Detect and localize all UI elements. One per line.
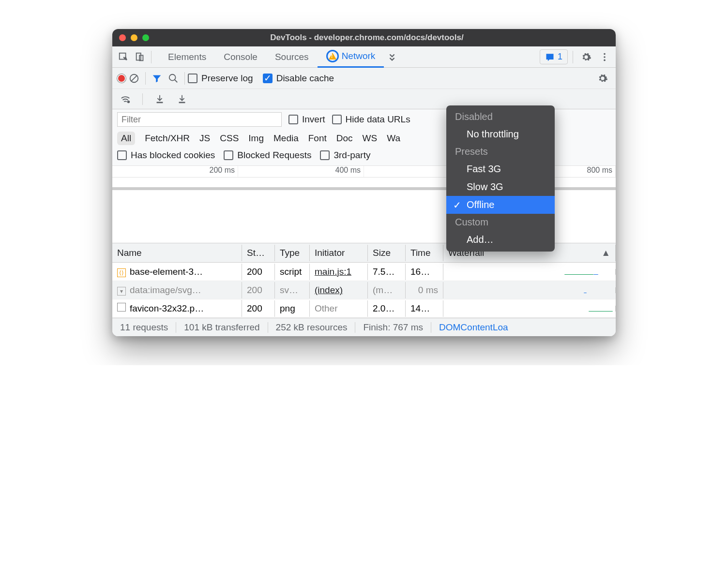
type-all[interactable]: All: [117, 132, 135, 145]
warning-icon: [326, 50, 339, 62]
col-type[interactable]: Type: [275, 245, 310, 261]
dd-offline[interactable]: ✓ Offline: [446, 196, 555, 214]
dd-group-disabled: Disabled: [446, 108, 555, 125]
third-party-checkbox[interactable]: 3rd-party: [320, 150, 370, 161]
filter-toggle-icon[interactable]: [149, 70, 165, 87]
stat-resources: 252 kB resources: [268, 322, 356, 333]
dd-slow-3g[interactable]: Slow 3G: [446, 178, 555, 196]
issues-count: 1: [558, 52, 562, 62]
main-tabbar: Elements Console Sources Network 1: [112, 46, 616, 68]
dd-fast-3g[interactable]: Fast 3G: [446, 160, 555, 178]
stat-requests: 11 requests: [112, 322, 176, 333]
more-tabs-icon[interactable]: [384, 49, 400, 65]
script-icon: ⟨⟩: [117, 268, 126, 277]
issues-icon: [545, 52, 555, 62]
dd-no-throttling[interactable]: No throttling: [446, 125, 555, 143]
clear-icon[interactable]: [126, 70, 142, 87]
divider: [145, 72, 146, 85]
initiator-link[interactable]: main.js:1: [315, 267, 351, 277]
stat-transferred: 101 kB transferred: [176, 322, 268, 333]
dd-group-presets: Presets: [446, 143, 555, 160]
file-icon: [117, 303, 126, 312]
divider: [184, 72, 185, 85]
record-button[interactable]: [117, 74, 126, 83]
type-font[interactable]: Font: [308, 133, 327, 144]
type-js[interactable]: JS: [199, 133, 210, 144]
network-settings-icon[interactable]: [594, 70, 611, 87]
initiator-text: Other: [315, 303, 338, 313]
waterfall-bar: [589, 311, 613, 312]
panel-tabs: Elements Console Sources Network: [159, 46, 400, 68]
stat-finish: Finish: 767 ms: [355, 322, 431, 333]
inspect-icon[interactable]: [115, 49, 132, 65]
disable-cache-checkbox[interactable]: ✓Disable cache: [263, 73, 334, 84]
table-row[interactable]: ⟨⟩base-element-3… 200 script main.js:1 7…: [112, 263, 616, 281]
disable-cache-label: Disable cache: [276, 73, 334, 84]
blocked-cookies-checkbox[interactable]: Has blocked cookies: [117, 150, 215, 161]
initiator-link[interactable]: (index): [315, 285, 343, 295]
check-icon: ✓: [453, 199, 461, 211]
tab-console[interactable]: Console: [215, 46, 266, 68]
invert-checkbox[interactable]: Invert: [288, 114, 325, 125]
divider: [142, 93, 143, 105]
tab-sources[interactable]: Sources: [266, 46, 318, 68]
status-bar: 11 requests 101 kB transferred 252 kB re…: [112, 318, 616, 336]
svg-point-4: [604, 56, 606, 58]
preserve-log-checkbox[interactable]: Preserve log: [188, 73, 253, 84]
time-tick: 400 ms: [238, 166, 364, 177]
settings-icon[interactable]: [578, 49, 594, 65]
type-media[interactable]: Media: [273, 133, 299, 144]
stat-dcl[interactable]: DOMContentLoa: [431, 322, 616, 333]
type-fetch-xhr[interactable]: Fetch/XHR: [145, 133, 190, 144]
type-ws[interactable]: WS: [363, 133, 378, 144]
blocked-requests-checkbox[interactable]: Blocked Requests: [224, 150, 311, 161]
svg-line-9: [175, 79, 178, 82]
time-tick: 200 ms: [112, 166, 238, 177]
filter-input[interactable]: [117, 112, 282, 127]
divider: [151, 51, 152, 63]
col-time[interactable]: Time: [406, 245, 443, 261]
waterfall-bar: [593, 274, 598, 275]
hide-data-urls-checkbox[interactable]: Hide data URLs: [332, 114, 410, 125]
table-row[interactable]: favicon-32x32.p… 200 png Other 2.0… 14…: [112, 299, 616, 318]
search-icon[interactable]: [165, 70, 182, 87]
export-har-icon[interactable]: [174, 91, 190, 107]
svg-point-5: [604, 59, 606, 61]
svg-point-10: [127, 100, 130, 103]
network-conditions-icon[interactable]: [117, 91, 134, 107]
col-size[interactable]: Size: [368, 245, 406, 261]
table-row[interactable]: ▾data:image/svg… 200 sv… (index) (m… 0 m…: [112, 281, 616, 299]
type-doc[interactable]: Doc: [336, 133, 353, 144]
divider: [573, 51, 573, 63]
svg-rect-1: [136, 53, 141, 60]
issues-badge[interactable]: 1: [540, 49, 568, 64]
throttling-dropdown: Disabled No throttling Presets Fast 3G S…: [446, 105, 555, 252]
preserve-log-label: Preserve log: [201, 73, 253, 84]
import-har-icon[interactable]: [152, 91, 168, 107]
col-status[interactable]: St…: [242, 245, 275, 261]
waterfall-bar: [564, 274, 593, 275]
svg-rect-11: [157, 102, 163, 103]
tab-network-label: Network: [342, 51, 376, 61]
svg-point-8: [169, 74, 176, 80]
dd-group-custom: Custom: [446, 214, 555, 231]
col-name[interactable]: Name: [112, 245, 242, 261]
image-icon: ▾: [117, 287, 126, 296]
type-img[interactable]: Img: [248, 133, 264, 144]
more-icon[interactable]: [596, 49, 613, 65]
dd-add[interactable]: Add…: [446, 231, 555, 249]
svg-line-7: [131, 75, 137, 81]
svg-rect-12: [179, 102, 185, 103]
window-title: DevTools - developer.chrome.com/docs/dev…: [125, 33, 609, 43]
tab-network[interactable]: Network: [318, 46, 384, 68]
svg-point-3: [604, 53, 606, 55]
waterfall-bar: [584, 293, 587, 293]
type-wasm[interactable]: Wa: [387, 133, 400, 144]
network-toolbar: Preserve log ✓Disable cache: [112, 68, 616, 89]
tab-elements[interactable]: Elements: [159, 46, 215, 68]
type-css[interactable]: CSS: [220, 133, 239, 144]
device-toggle-icon[interactable]: [132, 49, 148, 65]
titlebar: DevTools - developer.chrome.com/docs/dev…: [112, 29, 616, 46]
sort-icon: ▲: [601, 248, 610, 258]
col-initiator[interactable]: Initiator: [310, 245, 368, 261]
